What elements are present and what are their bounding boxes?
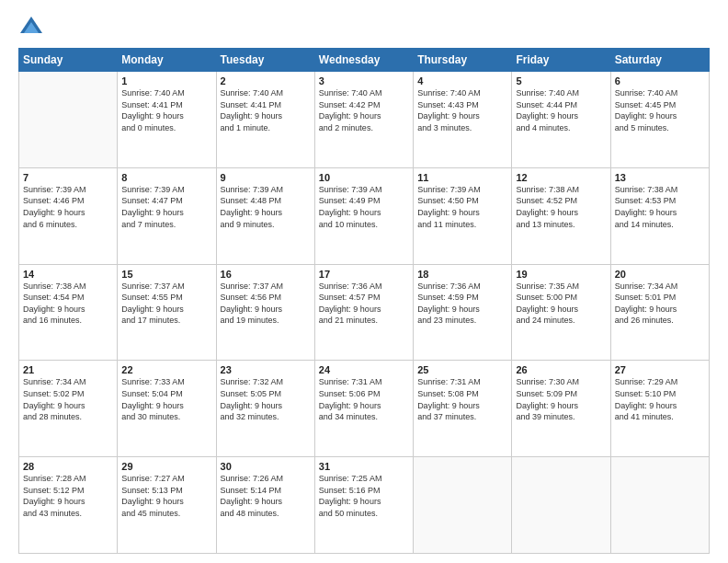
day-number: 30 (221, 461, 311, 472)
calendar-cell: 10Sunrise: 7:39 AM Sunset: 4:49 PM Dayli… (314, 167, 413, 264)
calendar-cell (610, 457, 709, 554)
day-number: 13 (615, 172, 705, 183)
day-info: Sunrise: 7:34 AM Sunset: 5:02 PM Dayligh… (23, 376, 113, 422)
day-number: 18 (417, 269, 507, 280)
day-number: 22 (121, 364, 211, 375)
day-info: Sunrise: 7:40 AM Sunset: 4:44 PM Dayligh… (516, 87, 606, 133)
day-info: Sunrise: 7:40 AM Sunset: 4:43 PM Dayligh… (417, 87, 507, 133)
day-number: 15 (121, 269, 211, 280)
calendar-cell: 28Sunrise: 7:28 AM Sunset: 5:12 PM Dayli… (19, 457, 118, 554)
day-number: 7 (23, 172, 113, 183)
logo-icon (18, 15, 44, 40)
calendar-cell: 8Sunrise: 7:39 AM Sunset: 4:47 PM Daylig… (118, 167, 216, 264)
calendar-cell: 24Sunrise: 7:31 AM Sunset: 5:06 PM Dayli… (314, 361, 413, 457)
week-row-4: 28Sunrise: 7:28 AM Sunset: 5:12 PM Dayli… (19, 457, 710, 554)
calendar-cell: 15Sunrise: 7:37 AM Sunset: 4:55 PM Dayli… (118, 264, 216, 361)
day-info: Sunrise: 7:40 AM Sunset: 4:42 PM Dayligh… (319, 87, 409, 133)
calendar-cell: 12Sunrise: 7:38 AM Sunset: 4:52 PM Dayli… (512, 167, 610, 264)
calendar-cell: 21Sunrise: 7:34 AM Sunset: 5:02 PM Dayli… (19, 361, 118, 457)
day-number: 2 (221, 75, 311, 86)
day-number: 4 (417, 75, 507, 86)
day-number: 5 (516, 75, 606, 86)
day-info: Sunrise: 7:26 AM Sunset: 5:14 PM Dayligh… (221, 473, 311, 519)
calendar-cell: 14Sunrise: 7:38 AM Sunset: 4:54 PM Dayli… (19, 264, 118, 361)
day-number: 21 (23, 364, 113, 375)
header-day-monday: Monday (118, 49, 216, 72)
day-number: 6 (615, 75, 705, 86)
header-day-wednesday: Wednesday (314, 49, 413, 72)
day-info: Sunrise: 7:38 AM Sunset: 4:54 PM Dayligh… (23, 281, 113, 327)
day-info: Sunrise: 7:39 AM Sunset: 4:48 PM Dayligh… (221, 184, 311, 230)
day-number: 11 (417, 172, 507, 183)
calendar: SundayMondayTuesdayWednesdayThursdayFrid… (18, 48, 710, 554)
calendar-cell: 29Sunrise: 7:27 AM Sunset: 5:13 PM Dayli… (118, 457, 216, 554)
calendar-cell (414, 457, 512, 554)
calendar-cell: 22Sunrise: 7:33 AM Sunset: 5:04 PM Dayli… (118, 361, 216, 457)
day-info: Sunrise: 7:39 AM Sunset: 4:50 PM Dayligh… (417, 184, 507, 230)
calendar-cell: 2Sunrise: 7:40 AM Sunset: 4:41 PM Daylig… (216, 72, 314, 168)
day-number: 10 (319, 172, 409, 183)
calendar-cell: 9Sunrise: 7:39 AM Sunset: 4:48 PM Daylig… (216, 167, 314, 264)
calendar-body: 1Sunrise: 7:40 AM Sunset: 4:41 PM Daylig… (19, 72, 710, 554)
calendar-cell: 26Sunrise: 7:30 AM Sunset: 5:09 PM Dayli… (512, 361, 610, 457)
calendar-cell: 25Sunrise: 7:31 AM Sunset: 5:08 PM Dayli… (414, 361, 512, 457)
calendar-cell: 16Sunrise: 7:37 AM Sunset: 4:56 PM Dayli… (216, 264, 314, 361)
calendar-cell: 20Sunrise: 7:34 AM Sunset: 5:01 PM Dayli… (610, 264, 709, 361)
day-info: Sunrise: 7:40 AM Sunset: 4:41 PM Dayligh… (221, 87, 311, 133)
calendar-cell: 4Sunrise: 7:40 AM Sunset: 4:43 PM Daylig… (414, 72, 512, 168)
day-info: Sunrise: 7:30 AM Sunset: 5:09 PM Dayligh… (516, 376, 606, 422)
day-number: 9 (221, 172, 311, 183)
day-number: 25 (417, 364, 507, 375)
day-info: Sunrise: 7:29 AM Sunset: 5:10 PM Dayligh… (615, 376, 705, 422)
calendar-cell: 19Sunrise: 7:35 AM Sunset: 5:00 PM Dayli… (512, 264, 610, 361)
day-info: Sunrise: 7:37 AM Sunset: 4:56 PM Dayligh… (221, 281, 311, 327)
day-info: Sunrise: 7:34 AM Sunset: 5:01 PM Dayligh… (615, 281, 705, 327)
calendar-cell (512, 457, 610, 554)
logo (18, 15, 48, 40)
calendar-cell: 23Sunrise: 7:32 AM Sunset: 5:05 PM Dayli… (216, 361, 314, 457)
day-info: Sunrise: 7:39 AM Sunset: 4:47 PM Dayligh… (121, 184, 211, 230)
calendar-cell: 13Sunrise: 7:38 AM Sunset: 4:53 PM Dayli… (610, 167, 709, 264)
calendar-cell: 11Sunrise: 7:39 AM Sunset: 4:50 PM Dayli… (414, 167, 512, 264)
header-day-sunday: Sunday (19, 49, 118, 72)
day-info: Sunrise: 7:32 AM Sunset: 5:05 PM Dayligh… (221, 376, 311, 422)
header-row: SundayMondayTuesdayWednesdayThursdayFrid… (19, 49, 710, 72)
day-number: 31 (319, 461, 409, 472)
day-number: 16 (221, 269, 311, 280)
calendar-cell: 5Sunrise: 7:40 AM Sunset: 4:44 PM Daylig… (512, 72, 610, 168)
page: SundayMondayTuesdayWednesdayThursdayFrid… (0, 0, 728, 563)
day-number: 20 (615, 269, 705, 280)
day-info: Sunrise: 7:35 AM Sunset: 5:00 PM Dayligh… (516, 281, 606, 327)
day-number: 29 (121, 461, 211, 472)
week-row-2: 14Sunrise: 7:38 AM Sunset: 4:54 PM Dayli… (19, 264, 710, 361)
day-number: 19 (516, 269, 606, 280)
day-info: Sunrise: 7:37 AM Sunset: 4:55 PM Dayligh… (121, 281, 211, 327)
day-number: 12 (516, 172, 606, 183)
calendar-cell: 1Sunrise: 7:40 AM Sunset: 4:41 PM Daylig… (118, 72, 216, 168)
day-number: 17 (319, 269, 409, 280)
header-day-saturday: Saturday (610, 49, 709, 72)
calendar-cell: 31Sunrise: 7:25 AM Sunset: 5:16 PM Dayli… (314, 457, 413, 554)
day-info: Sunrise: 7:38 AM Sunset: 4:52 PM Dayligh… (516, 184, 606, 230)
day-info: Sunrise: 7:36 AM Sunset: 4:59 PM Dayligh… (417, 281, 507, 327)
day-info: Sunrise: 7:39 AM Sunset: 4:46 PM Dayligh… (23, 184, 113, 230)
day-info: Sunrise: 7:27 AM Sunset: 5:13 PM Dayligh… (121, 473, 211, 519)
day-number: 8 (121, 172, 211, 183)
day-number: 23 (221, 364, 311, 375)
day-number: 27 (615, 364, 705, 375)
day-info: Sunrise: 7:33 AM Sunset: 5:04 PM Dayligh… (121, 376, 211, 422)
day-number: 26 (516, 364, 606, 375)
day-number: 1 (121, 75, 211, 86)
day-info: Sunrise: 7:28 AM Sunset: 5:12 PM Dayligh… (23, 473, 113, 519)
day-number: 28 (23, 461, 113, 472)
calendar-cell: 7Sunrise: 7:39 AM Sunset: 4:46 PM Daylig… (19, 167, 118, 264)
day-info: Sunrise: 7:39 AM Sunset: 4:49 PM Dayligh… (319, 184, 409, 230)
calendar-cell: 3Sunrise: 7:40 AM Sunset: 4:42 PM Daylig… (314, 72, 413, 168)
day-info: Sunrise: 7:31 AM Sunset: 5:06 PM Dayligh… (319, 376, 409, 422)
day-info: Sunrise: 7:40 AM Sunset: 4:41 PM Dayligh… (121, 87, 211, 133)
day-info: Sunrise: 7:31 AM Sunset: 5:08 PM Dayligh… (417, 376, 507, 422)
day-info: Sunrise: 7:40 AM Sunset: 4:45 PM Dayligh… (615, 87, 705, 133)
calendar-cell (19, 72, 118, 168)
day-info: Sunrise: 7:38 AM Sunset: 4:53 PM Dayligh… (615, 184, 705, 230)
header-day-thursday: Thursday (414, 49, 512, 72)
